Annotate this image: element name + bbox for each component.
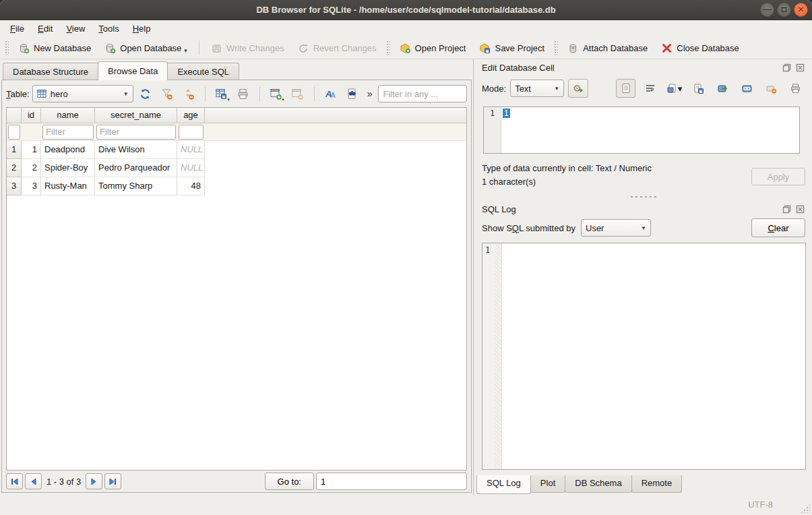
toolbar-grip[interactable] bbox=[5, 40, 9, 55]
set-null-button[interactable] bbox=[761, 79, 781, 98]
next-record-button[interactable] bbox=[86, 473, 102, 489]
tab-browse-data[interactable]: Browse Data bbox=[98, 61, 168, 80]
float-dock-icon[interactable] bbox=[782, 204, 792, 214]
table-row[interactable]: 1 1 Deadpond Dive Wilson NULL bbox=[7, 141, 466, 159]
table-row[interactable]: 2 2 Spider-Boy Pedro Parqueador NULL bbox=[7, 159, 466, 177]
dock-splitter[interactable] bbox=[474, 193, 812, 201]
text-view-toggle[interactable] bbox=[616, 79, 635, 98]
tab-remote[interactable]: Remote bbox=[631, 475, 683, 493]
cell-secret-name[interactable]: Tommy Sharp bbox=[95, 177, 177, 195]
minimize-button[interactable]: — bbox=[760, 3, 774, 17]
filter-input-name[interactable] bbox=[42, 125, 94, 140]
filter-input-id[interactable] bbox=[8, 125, 20, 140]
filter-input-secret-name[interactable] bbox=[96, 125, 176, 140]
dropdown-caret-icon: ▾ bbox=[678, 84, 683, 94]
table-icon bbox=[37, 89, 46, 98]
title-bar[interactable]: DB Browser for SQLite - /home/user/code/… bbox=[0, 0, 812, 20]
print-table-button[interactable] bbox=[234, 84, 253, 103]
toolbar-grip[interactable] bbox=[386, 40, 390, 55]
filter-any-column-input[interactable] bbox=[378, 85, 468, 102]
close-dock-icon[interactable] bbox=[795, 204, 805, 214]
clear-sort-button[interactable] bbox=[179, 84, 198, 103]
editor-content[interactable]: 1 bbox=[501, 107, 799, 153]
toolbar-grip[interactable] bbox=[554, 40, 558, 55]
row-number-cell[interactable]: 2 bbox=[7, 159, 22, 177]
close-button[interactable]: ✕ bbox=[794, 3, 808, 17]
goto-record-input[interactable] bbox=[316, 473, 467, 490]
cell-name[interactable]: Spider-Boy bbox=[41, 159, 95, 177]
tab-db-schema[interactable]: DB Schema bbox=[565, 475, 631, 493]
cell-id[interactable]: 3 bbox=[22, 177, 41, 195]
cell-age[interactable]: NULL bbox=[177, 159, 205, 177]
save-project-button[interactable]: Save Project bbox=[473, 39, 551, 57]
previous-record-button[interactable] bbox=[25, 473, 42, 489]
cell-id[interactable]: 1 bbox=[22, 141, 41, 159]
filter-input-age[interactable] bbox=[179, 125, 204, 140]
save-results-button[interactable]: ▾ bbox=[212, 84, 231, 103]
attach-database-button[interactable]: Attach Database bbox=[561, 39, 654, 57]
new-database-button[interactable]: New Database bbox=[12, 39, 97, 57]
toolbar-separator bbox=[259, 86, 260, 101]
cell-secret-name[interactable]: Pedro Parqueador bbox=[95, 159, 177, 177]
tab-execute-sql[interactable]: Execute SQL bbox=[167, 63, 239, 80]
cell-name[interactable]: Rusty-Man bbox=[41, 177, 95, 195]
open-database-dropdown-caret[interactable]: ▾ bbox=[184, 47, 187, 54]
cell-id[interactable]: 2 bbox=[22, 159, 41, 177]
float-dock-icon[interactable] bbox=[782, 63, 792, 73]
open-database-button[interactable]: Open Database ▾ bbox=[98, 39, 193, 57]
column-header-age[interactable]: age bbox=[177, 108, 205, 123]
export-cell-data-button[interactable] bbox=[689, 79, 708, 98]
menu-file[interactable]: File bbox=[4, 22, 30, 36]
column-header-secret-name[interactable]: secret_name bbox=[95, 108, 177, 123]
menu-view[interactable]: View bbox=[60, 22, 91, 36]
corner-header-cell[interactable] bbox=[7, 108, 22, 123]
cell-age[interactable]: NULL bbox=[177, 141, 205, 159]
copy-link-button[interactable] bbox=[737, 79, 757, 98]
find-in-table-button[interactable] bbox=[343, 84, 362, 103]
clear-log-button[interactable]: Clear bbox=[751, 218, 805, 237]
open-in-external-button[interactable] bbox=[713, 79, 732, 98]
cell-name[interactable]: Deadpond bbox=[41, 141, 95, 159]
tab-sql-log[interactable]: SQL Log bbox=[476, 475, 531, 494]
menu-edit[interactable]: Edit bbox=[32, 22, 59, 36]
table-row[interactable]: 3 3 Rusty-Man Tommy Sharp 48 bbox=[7, 177, 466, 195]
last-record-button[interactable] bbox=[104, 473, 121, 489]
sql-log-view[interactable]: 1 bbox=[482, 243, 806, 470]
close-dock-icon[interactable] bbox=[795, 63, 805, 73]
first-record-button[interactable] bbox=[6, 473, 23, 489]
cell-editor[interactable]: 1 1 bbox=[483, 107, 800, 154]
goto-button[interactable]: Go to: bbox=[265, 473, 314, 490]
tab-plot[interactable]: Plot bbox=[530, 475, 565, 493]
print-cell-button[interactable] bbox=[786, 79, 805, 98]
column-header-name[interactable]: name bbox=[41, 108, 95, 123]
cell-secret-name[interactable]: Dive Wilson bbox=[95, 141, 177, 159]
browse-data-panel: Table: hero ▼ bbox=[1, 80, 472, 493]
row-number-cell[interactable]: 3 bbox=[7, 177, 22, 195]
menu-tools[interactable]: Tools bbox=[92, 22, 125, 36]
auto-apply-button[interactable]: ⚙ bbox=[568, 79, 588, 98]
font-settings-button[interactable]: AA bbox=[321, 84, 340, 103]
column-header-id[interactable]: id bbox=[22, 108, 41, 123]
clear-filters-button[interactable] bbox=[158, 84, 177, 103]
menu-help[interactable]: Help bbox=[127, 22, 157, 36]
refresh-button[interactable] bbox=[136, 84, 155, 103]
close-database-button[interactable]: Close Database bbox=[655, 39, 745, 57]
log-content[interactable] bbox=[502, 243, 805, 469]
maximize-button[interactable] bbox=[777, 3, 791, 17]
sql-source-select[interactable]: User ▼ bbox=[581, 219, 651, 237]
revert-changes-icon bbox=[298, 42, 309, 54]
resize-grip[interactable] bbox=[801, 504, 810, 513]
cell-age[interactable]: 48 bbox=[177, 177, 205, 195]
encoding-label[interactable]: UTF-8 bbox=[748, 499, 773, 510]
row-number-cell[interactable]: 1 bbox=[7, 141, 22, 159]
data-grid[interactable]: id name secret_name age bbox=[6, 107, 467, 471]
more-tools-chevron[interactable]: » bbox=[365, 88, 375, 99]
open-project-button[interactable]: Open Project bbox=[394, 39, 472, 57]
open-file-icon bbox=[666, 83, 678, 94]
mode-select[interactable]: Text ▼ bbox=[510, 80, 564, 97]
table-select[interactable]: hero ▼ bbox=[32, 85, 133, 102]
word-wrap-button[interactable] bbox=[640, 79, 660, 98]
import-cell-data-button[interactable]: ▾ bbox=[664, 79, 684, 98]
insert-record-button[interactable]: ▾ bbox=[267, 84, 286, 103]
tab-database-structure[interactable]: Database Structure bbox=[3, 63, 98, 80]
